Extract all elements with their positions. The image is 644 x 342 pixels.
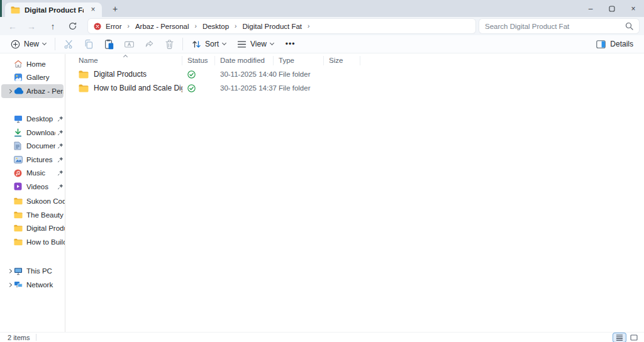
error-icon (94, 23, 101, 30)
sidebar-item-folder-how-to-build[interactable]: How to Build and S (0, 235, 65, 249)
column-header-status[interactable]: Status (182, 56, 215, 65)
downloads-icon (14, 128, 26, 137)
breadcrumb-error[interactable]: Error (104, 23, 124, 30)
command-toolbar: New Sort View (0, 35, 644, 53)
address-bar[interactable]: Error › Arbaz - Personal › Desktop › Dig… (88, 19, 475, 33)
up-button[interactable]: ↑ (44, 17, 62, 35)
breadcrumb-onedrive[interactable]: Arbaz - Personal (133, 23, 191, 30)
refresh-button[interactable] (64, 17, 81, 35)
view-lines-icon (237, 40, 247, 48)
forward-button[interactable]: → (23, 17, 40, 35)
sidebar-item-videos[interactable]: Videos (0, 180, 65, 194)
close-button[interactable]: × (623, 0, 644, 17)
column-header-size[interactable]: Size (324, 56, 360, 65)
sync-status-icon (187, 70, 196, 79)
desktop-icon (14, 115, 26, 123)
sort-button[interactable]: Sort (186, 36, 231, 52)
breadcrumb-current-folder[interactable]: Digital Product Fat (240, 23, 304, 30)
file-list: Name Status Date modified Type Size Digi… (66, 54, 644, 332)
tab-close-icon[interactable]: × (88, 5, 98, 15)
new-button[interactable]: New (5, 36, 52, 52)
this-pc-icon (14, 267, 26, 275)
plus-circle-icon (11, 40, 20, 49)
explorer-body: Home Gallery Arbaz - Personal Desktop (0, 54, 644, 332)
toolbar-divider (182, 38, 183, 50)
gallery-icon (14, 73, 26, 82)
paste-button[interactable] (99, 36, 119, 52)
sidebar-item-gallery[interactable]: Gallery (0, 71, 65, 85)
sidebar-item-folder-digital-products[interactable]: Digital Products (0, 222, 65, 236)
delete-button[interactable] (159, 36, 179, 52)
view-toggles (613, 333, 640, 342)
more-options-button[interactable]: ••• (279, 40, 302, 48)
details-button-label: Details (610, 40, 633, 48)
new-tab-button[interactable]: + (108, 3, 122, 16)
breadcrumb-desktop[interactable]: Desktop (201, 23, 231, 30)
chevron-right-icon (8, 269, 11, 273)
chevron-down-icon (42, 41, 47, 45)
pin-icon (55, 184, 65, 190)
file-row-how-to-build[interactable]: How to Build and Scale Digital Product S… (66, 81, 644, 95)
sidebar-item-downloads[interactable]: Downloads (0, 126, 65, 140)
pin-icon (55, 143, 65, 149)
share-button[interactable] (139, 36, 159, 52)
details-pane-button[interactable]: Details (591, 36, 639, 52)
sidebar-item-pictures[interactable]: Pictures (0, 153, 65, 167)
home-icon (14, 60, 26, 68)
navigation-sidebar: Home Gallery Arbaz - Personal Desktop (0, 54, 65, 332)
navigation-bar: ← → ↑ Error › Arbaz - Personal › Desktop… (0, 17, 644, 35)
toolbar-divider (55, 38, 55, 50)
sidebar-item-network[interactable]: Network (0, 278, 65, 292)
onedrive-cloud-icon (14, 87, 26, 94)
music-icon (14, 169, 26, 177)
window-controls: – × (580, 0, 644, 17)
breadcrumb-chevron-icon[interactable]: › (124, 23, 133, 30)
status-divider (36, 334, 36, 341)
file-name: How to Build and Scale Digital Product S… (94, 84, 182, 92)
file-type: File folder (274, 70, 324, 78)
explorer-tab[interactable]: Digital Product Fat × (5, 3, 102, 17)
search-icon[interactable] (625, 22, 633, 30)
column-header-date-modified[interactable]: Date modified (215, 56, 274, 65)
folder-icon (14, 211, 26, 219)
file-type: File folder (274, 84, 324, 92)
chevron-down-icon (270, 41, 274, 45)
back-button[interactable]: ← (4, 17, 21, 35)
thumbnail-view-toggle[interactable] (628, 333, 640, 342)
sidebar-item-home[interactable]: Home (0, 57, 65, 71)
network-icon (14, 281, 26, 289)
sidebar-item-folder-beauty[interactable]: The Beauty of Mod (0, 208, 65, 222)
tab-title: Digital Product Fat (25, 6, 84, 14)
pin-icon (55, 130, 65, 136)
breadcrumb-chevron-icon[interactable]: › (231, 23, 240, 30)
videos-icon (14, 182, 26, 190)
view-button[interactable]: View (231, 36, 279, 52)
breadcrumb-chevron-icon[interactable]: › (304, 23, 313, 30)
minimize-button[interactable]: – (580, 0, 601, 17)
pin-icon (55, 116, 65, 122)
breadcrumb-chevron-icon[interactable]: › (191, 23, 201, 30)
sidebar-item-onedrive[interactable]: Arbaz - Personal (1, 84, 64, 98)
folder-icon (79, 70, 89, 79)
sidebar-item-documents[interactable]: Documents (0, 140, 65, 153)
pin-icon (55, 170, 65, 176)
sidebar-item-folder-sukoon[interactable]: Sukoon Code Ad Cr (0, 195, 65, 209)
folder-icon (14, 224, 26, 232)
rename-button[interactable] (119, 36, 139, 52)
sidebar-item-this-pc[interactable]: This PC (0, 265, 65, 279)
details-view-toggle[interactable] (613, 333, 626, 342)
search-input[interactable] (485, 23, 625, 30)
maximize-button[interactable] (601, 0, 623, 17)
folder-icon (14, 238, 26, 246)
date-modified: 30-11-2025 14:37 (215, 84, 274, 92)
date-modified: 30-11-2025 14:40 (215, 70, 274, 78)
sidebar-item-music[interactable]: Music (0, 167, 65, 180)
chevron-down-icon (222, 41, 226, 45)
file-row-digital-products[interactable]: Digital Products 30-11-2025 14:40 File f… (66, 67, 644, 81)
folder-icon (14, 197, 26, 205)
sidebar-item-desktop[interactable]: Desktop (0, 113, 65, 126)
cut-button[interactable] (58, 36, 79, 52)
column-header-type[interactable]: Type (274, 56, 324, 65)
copy-button[interactable] (79, 36, 99, 52)
view-button-label: View (250, 40, 267, 48)
